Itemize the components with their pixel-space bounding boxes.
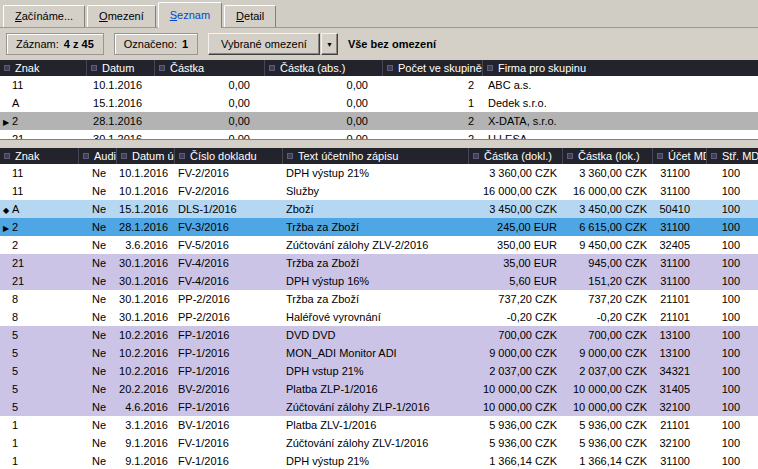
column-header-label: Stř. MD: [722, 150, 758, 162]
pocet-cell: 1: [382, 94, 482, 112]
castka_lok-cell: -0,20 CZK: [562, 308, 652, 326]
column-header-label: Částka (lok.): [578, 150, 640, 162]
cislo-cell: FV-2/2016: [174, 164, 282, 182]
column-header-castka_dokl[interactable]: Částka (dokl.): [468, 148, 562, 164]
column-header-cislo[interactable]: Číslo dokladu: [174, 148, 282, 164]
journal-row[interactable]: ◆ANe15.1.2016DLS-1/2016Zboží3 450,00 CZK…: [0, 200, 758, 218]
cislo-cell: FP-1/2016: [174, 344, 282, 362]
column-header-firma[interactable]: Firma pro skupinu: [482, 60, 758, 76]
audit-cell: Ne: [78, 452, 116, 469]
column-header-audit[interactable]: Audit: [78, 148, 116, 164]
znak-cell: 2: [0, 236, 78, 254]
column-header-datum[interactable]: Datum: [86, 60, 154, 76]
znak-cell: 1: [0, 416, 78, 434]
group-table-header: ZnakDatumČástkaČástka (abs.)Počet ve sku…: [0, 60, 758, 76]
firma-cell: ABC a.s.: [482, 76, 758, 94]
column-bullet-icon: [473, 153, 479, 159]
tab-seznam[interactable]: Seznam: [158, 2, 222, 28]
column-header-castka_lok[interactable]: Částka (lok.): [562, 148, 652, 164]
audit-cell: Ne: [78, 254, 116, 272]
column-header-text[interactable]: Text účetního zápisu: [282, 148, 468, 164]
znak-cell: 5: [0, 398, 78, 416]
column-header-label: Firma pro skupinu: [498, 62, 586, 74]
group-row[interactable]: A15.1.20160,000,001Dedek s.r.o.: [0, 94, 758, 112]
journal-row[interactable]: 21Ne30.1.2016FV-4/2016DPH výstup 16%5,60…: [0, 272, 758, 290]
str_md-cell: 100: [706, 164, 758, 182]
znak-cell: ▶2: [0, 112, 86, 130]
journal-row[interactable]: 21Ne30.1.2016FV-4/2016Tržba za Zboží35,0…: [0, 254, 758, 272]
column-header-ucet_md[interactable]: Účet MD: [652, 148, 706, 164]
group-row[interactable]: 1110.1.20160,000,002ABC a.s.: [0, 76, 758, 94]
audit-cell: Ne: [78, 362, 116, 380]
pocet-cell: 2: [382, 76, 482, 94]
firma-cell: Dedek s.r.o.: [482, 94, 758, 112]
column-header-znak[interactable]: Znak: [0, 148, 78, 164]
znak-cell: 1: [0, 452, 78, 469]
journal-row[interactable]: 1Ne3.1.2016BV-1/2016Platba ZLV-1/20165 9…: [0, 416, 758, 434]
column-header-label: Částka: [170, 62, 204, 74]
journal-row[interactable]: 11Ne10.1.2016FV-2/2016DPH výstup 21%3 36…: [0, 164, 758, 182]
cislo-cell: FV-4/2016: [174, 254, 282, 272]
journal-row[interactable]: 8Ne30.1.2016PP-2/2016Tržba za Zboží737,2…: [0, 290, 758, 308]
column-header-pocet[interactable]: Počet ve skupině: [382, 60, 482, 76]
journal-row[interactable]: 5Ne4.6.2016FP-1/2016Zúčtování zálohy ZLP…: [0, 398, 758, 416]
audit-cell: Ne: [78, 164, 116, 182]
str_md-cell: 100: [706, 398, 758, 416]
splitter[interactable]: [0, 140, 758, 148]
selected-filter-button[interactable]: Vybrané omezení: [208, 33, 320, 55]
str_md-cell: 100: [706, 290, 758, 308]
column-header-castka[interactable]: Částka: [154, 60, 264, 76]
datum-cell: 15.1.2016: [86, 94, 154, 112]
znak-cell: 8: [0, 308, 78, 326]
journal-row[interactable]: 5Ne10.2.2016FP-1/2016DPH vstup 21%2 037,…: [0, 362, 758, 380]
text-cell: Tržba za Zboží: [282, 254, 468, 272]
journal-row[interactable]: 1Ne9.1.2016FV-1/2016DPH výstup 21%1 366,…: [0, 452, 758, 469]
filter-dropdown-button[interactable]: ▼: [321, 33, 338, 55]
datum-cell: 10.1.2016: [86, 76, 154, 94]
column-bullet-icon: [287, 153, 293, 159]
znak-cell: 11: [0, 76, 86, 94]
column-header-label: Text účetního zápisu: [298, 150, 398, 162]
journal-row[interactable]: 2Ne3.6.2016FV-5/2016Zúčtování zálohy ZLV…: [0, 236, 758, 254]
column-header-str_md[interactable]: Stř. MD: [706, 148, 758, 164]
text-cell: DPH výstup 21%: [282, 164, 468, 182]
znak-cell: 1: [0, 434, 78, 452]
tab-detail[interactable]: Detail: [224, 5, 276, 27]
text-cell: Haléřové vyrovnání: [282, 308, 468, 326]
castka_lok-cell: 6 615,00 CZK: [562, 218, 652, 236]
group-row[interactable]: ▶228.1.20160,000,002X-DATA, s.r.o.: [0, 112, 758, 130]
znak-cell: 21: [0, 254, 78, 272]
castka_lok-cell: 5 936,00 CZK: [562, 416, 652, 434]
journal-row[interactable]: 5Ne20.2.2016BV-2/2016Platba ZLP-1/201610…: [0, 380, 758, 398]
audit-cell: Ne: [78, 272, 116, 290]
castka_lok-cell: 9 450,00 CZK: [562, 236, 652, 254]
castka_lok-cell: 10 000,00 CZK: [562, 380, 652, 398]
audit-cell: Ne: [78, 236, 116, 254]
journal-row[interactable]: 5Ne10.2.2016FP-1/2016MON_ADI Monitor ADI…: [0, 344, 758, 362]
datum-cell: 30.1.2016: [86, 130, 154, 140]
column-header-castka_abs[interactable]: Částka (abs.): [264, 60, 382, 76]
journal-row[interactable]: ▶2Ne28.1.2016FV-3/2016Tržba za Zboží245,…: [0, 218, 758, 236]
tab-bar: Začínáme...OmezeníSeznamDetail: [0, 0, 758, 28]
journal-row[interactable]: 11Ne10.1.2016FV-2/2016Služby16 000,00 CZ…: [0, 182, 758, 200]
record-label: Záznam:: [16, 38, 59, 50]
str_md-cell: 100: [706, 452, 758, 469]
journal-row[interactable]: 1Ne9.1.2016FV-1/2016Zúčtování zálohy ZLV…: [0, 434, 758, 452]
castka-cell: 0,00: [154, 76, 264, 94]
journal-table-header: ZnakAuditDatum účt.Číslo dokladuText úče…: [0, 148, 758, 164]
tab-zaciname[interactable]: Začínáme...: [3, 5, 85, 27]
cislo-cell: FP-1/2016: [174, 326, 282, 344]
ucet_md-cell: 31100: [652, 182, 706, 200]
audit-cell: Ne: [78, 326, 116, 344]
ucet_md-cell: 31100: [652, 164, 706, 182]
column-bullet-icon: [121, 153, 127, 159]
tab-omezeni[interactable]: Omezení: [87, 5, 156, 27]
column-header-znak[interactable]: Znak: [0, 60, 86, 76]
journal-row[interactable]: 5Ne10.2.2016FP-1/2016DVD DVD700,00 CZK70…: [0, 326, 758, 344]
column-bullet-icon: [159, 65, 165, 71]
record-counter: Záznam: 4 z 45: [6, 33, 104, 55]
column-header-datum[interactable]: Datum účt.: [116, 148, 174, 164]
group-row[interactable]: 2130.1.20160,000,002U LESA: [0, 130, 758, 140]
journal-row[interactable]: 8Ne30.1.2016PP-2/2016Haléřové vyrovnání-…: [0, 308, 758, 326]
filter-status-text: Vše bez omezení: [348, 38, 436, 50]
